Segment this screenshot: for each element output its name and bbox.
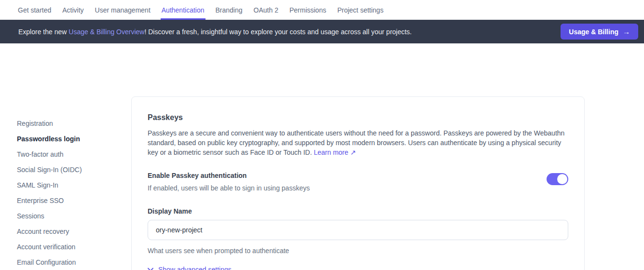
show-advanced-settings-label: Show advanced settings [158, 266, 232, 270]
tab-activity[interactable]: Activity [61, 0, 84, 20]
top-navigation: Get started Activity User management Aut… [0, 0, 644, 20]
passkey-toggle[interactable] [547, 173, 568, 185]
show-advanced-settings[interactable]: Show advanced settings [148, 266, 568, 270]
tab-user-management[interactable]: User management [94, 0, 151, 20]
enable-passkey-label: Enable Passkey authentication [148, 172, 310, 179]
usage-billing-overview-link[interactable]: Usage & Billing Overview [69, 28, 144, 36]
usage-billing-banner: Explore the new Usage & Billing Overview… [0, 20, 644, 43]
banner-text-prefix: Explore the new [18, 28, 69, 36]
sidebar-item-account-verification[interactable]: Account verification [17, 243, 123, 252]
display-name-section: Display Name What users see when prompte… [148, 207, 568, 255]
display-name-helper: What users see when prompted to authenti… [148, 247, 568, 255]
app-window: Get started Activity User management Aut… [0, 0, 644, 270]
tab-authentication[interactable]: Authentication [161, 0, 206, 20]
enable-passkey-labels: Enable Passkey authentication If enabled… [148, 172, 310, 192]
sidebar-item-registration[interactable]: Registration [17, 119, 123, 128]
display-name-input[interactable] [148, 220, 568, 240]
content-area: Registration Passwordless login Two-fact… [0, 43, 644, 270]
tab-permissions[interactable]: Permissions [288, 0, 327, 20]
passkeys-description: Passkeys are a secure and convenient way… [148, 128, 568, 157]
chevron-down-icon [148, 268, 153, 270]
external-link-icon: ↗ [350, 148, 356, 156]
usage-billing-button[interactable]: Usage & Billing → [561, 24, 638, 40]
sidebar-item-enterprise-sso[interactable]: Enterprise SSO [17, 196, 123, 205]
card-body: Passkeys Passkeys are a secure and conve… [132, 97, 584, 270]
sidebar-item-sessions[interactable]: Sessions [17, 212, 123, 221]
banner-text-suffix: ! Discover a fresh, insightful way to ex… [144, 28, 411, 36]
enable-passkey-subtext: If enabled, users will be able to sign i… [148, 184, 310, 192]
sidebar-item-saml-sign-in[interactable]: SAML Sign-In [17, 181, 123, 190]
sidebar-item-email-configuration[interactable]: Email Configuration [17, 258, 123, 267]
passkeys-description-text: Passkeys are a secure and convenient way… [148, 129, 564, 156]
toggle-knob [557, 174, 567, 184]
tab-get-started[interactable]: Get started [17, 0, 52, 20]
arrow-right-icon: → [623, 27, 630, 36]
settings-sidebar: Registration Passwordless login Two-fact… [17, 119, 123, 270]
page-title: Passkeys [148, 113, 568, 122]
sidebar-item-passwordless-login[interactable]: Passwordless login [17, 135, 123, 144]
usage-billing-button-label: Usage & Billing [569, 28, 618, 36]
display-name-label: Display Name [148, 207, 568, 215]
banner-text: Explore the new Usage & Billing Overview… [18, 28, 412, 36]
sidebar-item-two-factor-auth[interactable]: Two-factor auth [17, 150, 123, 159]
tab-oauth2[interactable]: OAuth 2 [253, 0, 279, 20]
sidebar-item-account-recovery[interactable]: Account recovery [17, 227, 123, 236]
sidebar-item-social-sign-in[interactable]: Social Sign-In (OIDC) [17, 165, 123, 175]
passkeys-settings-card: Passkeys Passkeys are a secure and conve… [131, 96, 585, 270]
tab-branding[interactable]: Branding [215, 0, 244, 20]
tab-project-settings[interactable]: Project settings [336, 0, 384, 20]
learn-more-link[interactable]: Learn more ↗ [314, 148, 356, 156]
enable-passkey-row: Enable Passkey authentication If enabled… [148, 172, 568, 192]
